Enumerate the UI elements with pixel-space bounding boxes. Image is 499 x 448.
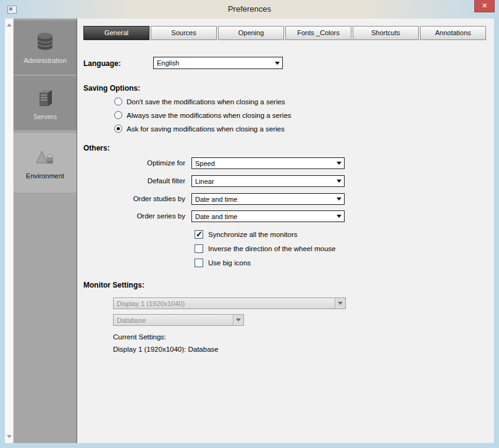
checkbox-inverse-wheel[interactable]: Inverse the direction of the wheel mouse xyxy=(195,244,335,253)
radio-always-save[interactable]: Always save the modifications when closi… xyxy=(114,111,291,119)
display-value: Display 1 (1920x1040) xyxy=(117,300,185,307)
tab-bar: General Sources Opening Fonts _Colors Sh… xyxy=(83,26,486,40)
checkbox-label: Use big icons xyxy=(208,259,251,267)
radio-dont-save[interactable]: Don't save the modifications when closin… xyxy=(114,97,285,106)
sidebar-item-administration[interactable]: Administration xyxy=(14,20,77,75)
sidebar-item-label: Environment xyxy=(26,172,64,180)
checkbox-label: Synchronize all the monitors xyxy=(208,231,297,238)
close-button[interactable]: ✕ xyxy=(474,0,495,12)
current-settings-value: Display 1 (1920x1040): Database xyxy=(113,346,219,353)
sidebar-item-label: Servers xyxy=(33,113,57,120)
content-panel: General Sources Opening Fonts _Colors Sh… xyxy=(77,19,494,443)
order-studies-dropdown[interactable]: Date and time xyxy=(191,193,345,205)
chevron-down-icon xyxy=(233,315,243,325)
sidebar-item-servers[interactable]: Servers xyxy=(14,76,77,130)
titlebar[interactable]: Preferences ✕ xyxy=(0,0,499,19)
category-sidebar: Administration Servers xyxy=(14,19,77,443)
checkbox-icon[interactable] xyxy=(195,230,203,239)
display-dropdown: Display 1 (1920x1040) xyxy=(113,297,346,309)
language-dropdown[interactable]: English xyxy=(153,57,283,69)
database-icon xyxy=(35,31,56,52)
tab-sources[interactable]: Sources xyxy=(151,26,217,40)
default-filter-dropdown[interactable]: Linear xyxy=(191,175,345,187)
scroll-down-icon[interactable] xyxy=(7,435,12,438)
checkbox-sync-monitors[interactable]: Synchronize all the monitors xyxy=(195,230,297,239)
preferences-window: Preferences ✕ Administration xyxy=(0,0,499,448)
order-studies-label: Order studies by xyxy=(77,195,185,202)
checkbox-icon[interactable] xyxy=(195,259,203,267)
server-icon xyxy=(35,86,56,109)
checkbox-big-icons[interactable]: Use big icons xyxy=(195,259,251,267)
chevron-down-icon xyxy=(333,176,344,186)
radio-icon[interactable] xyxy=(114,111,122,119)
optimize-for-dropdown[interactable]: Speed xyxy=(191,157,345,169)
monitor-mode-dropdown: Database xyxy=(113,314,244,326)
language-label: Language: xyxy=(83,59,121,68)
tab-shortcuts[interactable]: Shortcuts xyxy=(353,26,419,40)
app-icon xyxy=(7,6,17,14)
radio-label: Ask for saving modifications when closin… xyxy=(127,125,285,133)
sidebar-item-label: Administration xyxy=(23,57,67,64)
language-value: English xyxy=(157,59,179,67)
chevron-down-icon xyxy=(272,57,282,68)
sidebar-item-environment[interactable]: Environment xyxy=(14,133,77,193)
window-title: Preferences xyxy=(0,0,499,19)
close-icon: ✕ xyxy=(482,2,487,9)
order-studies-value: Date and time xyxy=(195,196,237,203)
left-scrollbar[interactable] xyxy=(5,19,14,443)
checkbox-icon[interactable] xyxy=(195,244,203,253)
current-settings-label: Current Settings: xyxy=(113,333,166,341)
others-label: Others: xyxy=(83,144,110,152)
environment-icon xyxy=(34,147,56,168)
chevron-down-icon xyxy=(333,194,344,204)
optimize-for-value: Speed xyxy=(195,160,215,167)
default-filter-value: Linear xyxy=(195,178,214,185)
order-series-dropdown[interactable]: Date and time xyxy=(191,210,345,222)
monitor-settings-label: Monitor Settings: xyxy=(83,281,145,289)
order-series-value: Date and time xyxy=(195,213,237,220)
default-filter-label: Default filter xyxy=(77,177,185,185)
optimize-for-label: Optimize for xyxy=(77,159,185,167)
radio-ask-save[interactable]: Ask for saving modifications when closin… xyxy=(114,125,285,133)
saving-options-label: Saving Options: xyxy=(83,84,140,93)
chevron-down-icon xyxy=(333,158,344,168)
radio-label: Don't save the modifications when closin… xyxy=(127,98,285,106)
monitor-mode-value: Database xyxy=(117,317,146,324)
tab-opening[interactable]: Opening xyxy=(218,26,284,40)
scroll-up-icon[interactable] xyxy=(7,23,12,27)
radio-icon[interactable] xyxy=(114,97,122,106)
tab-annotations[interactable]: Annotations xyxy=(420,26,486,40)
radio-icon[interactable] xyxy=(114,125,122,133)
dialog-body: Administration Servers xyxy=(5,19,494,443)
chevron-down-icon xyxy=(335,298,345,309)
radio-label: Always save the modifications when closi… xyxy=(127,112,291,119)
tab-general[interactable]: General xyxy=(83,26,149,40)
chevron-down-icon xyxy=(333,211,344,222)
order-series-label: Order series by xyxy=(77,212,185,220)
tab-fonts-colors[interactable]: Fonts _Colors xyxy=(285,26,351,40)
checkbox-label: Inverse the direction of the wheel mouse xyxy=(208,245,335,252)
